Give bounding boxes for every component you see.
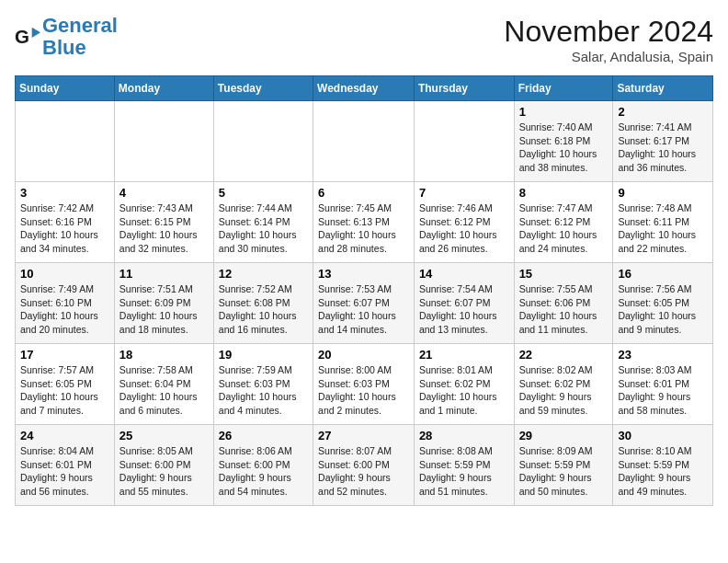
- day-detail: Sunrise: 7:43 AMSunset: 6:15 PMDaylight:…: [119, 201, 209, 256]
- calendar-cell: 11Sunrise: 7:51 AMSunset: 6:09 PMDayligh…: [114, 263, 213, 344]
- day-number: 24: [20, 429, 109, 442]
- day-detail: Sunrise: 7:46 AMSunset: 6:12 PMDaylight:…: [419, 201, 509, 256]
- calendar-cell: 28Sunrise: 8:08 AMSunset: 5:59 PMDayligh…: [414, 425, 514, 506]
- calendar-cell: 19Sunrise: 7:59 AMSunset: 6:03 PMDayligh…: [213, 344, 313, 425]
- weekday-header-row: SundayMondayTuesdayWednesdayThursdayFrid…: [16, 76, 713, 101]
- day-detail: Sunrise: 7:58 AMSunset: 6:04 PMDaylight:…: [119, 363, 209, 418]
- day-number: 30: [618, 429, 708, 442]
- day-number: 26: [219, 429, 308, 442]
- day-detail: Sunrise: 7:48 AMSunset: 6:11 PMDaylight:…: [618, 201, 708, 256]
- calendar-cell: 27Sunrise: 8:07 AMSunset: 6:00 PMDayligh…: [313, 425, 415, 506]
- day-detail: Sunrise: 8:09 AMSunset: 5:59 PMDaylight:…: [519, 444, 609, 499]
- day-number: 17: [20, 348, 109, 362]
- logo-text: General Blue: [42, 15, 118, 59]
- svg-marker-1: [32, 28, 40, 38]
- day-detail: Sunrise: 8:01 AMSunset: 6:02 PMDaylight:…: [419, 363, 509, 418]
- calendar-cell: 18Sunrise: 7:58 AMSunset: 6:04 PMDayligh…: [114, 344, 213, 425]
- day-detail: Sunrise: 7:49 AMSunset: 6:10 PMDaylight:…: [20, 282, 109, 337]
- day-number: 16: [618, 267, 708, 281]
- day-detail: Sunrise: 7:57 AMSunset: 6:05 PMDaylight:…: [20, 363, 109, 418]
- day-detail: Sunrise: 8:06 AMSunset: 6:00 PMDaylight:…: [219, 444, 308, 499]
- calendar-cell: 21Sunrise: 8:01 AMSunset: 6:02 PMDayligh…: [414, 344, 514, 425]
- location: Salar, Andalusia, Spain: [504, 49, 713, 64]
- logo-icon: G: [15, 24, 40, 50]
- day-detail: Sunrise: 8:08 AMSunset: 5:59 PMDaylight:…: [419, 444, 509, 499]
- calendar-cell: 6Sunrise: 7:45 AMSunset: 6:13 PMDaylight…: [313, 182, 415, 263]
- day-detail: Sunrise: 8:04 AMSunset: 6:01 PMDaylight:…: [20, 444, 109, 499]
- day-detail: Sunrise: 7:52 AMSunset: 6:08 PMDaylight:…: [219, 282, 308, 337]
- day-number: 7: [419, 186, 509, 200]
- calendar-cell: 29Sunrise: 8:09 AMSunset: 5:59 PMDayligh…: [514, 425, 613, 506]
- week-row-2: 3Sunrise: 7:42 AMSunset: 6:16 PMDaylight…: [16, 182, 713, 263]
- day-detail: Sunrise: 7:59 AMSunset: 6:03 PMDaylight:…: [219, 363, 308, 418]
- day-detail: Sunrise: 7:51 AMSunset: 6:09 PMDaylight:…: [119, 282, 209, 337]
- day-number: 14: [419, 267, 509, 281]
- day-detail: Sunrise: 8:10 AMSunset: 5:59 PMDaylight:…: [618, 444, 708, 499]
- weekday-header-saturday: Saturday: [613, 76, 713, 101]
- day-number: 27: [318, 429, 409, 442]
- day-number: 1: [519, 105, 609, 119]
- day-number: 10: [20, 267, 109, 281]
- day-detail: Sunrise: 7:44 AMSunset: 6:14 PMDaylight:…: [219, 201, 308, 256]
- day-detail: Sunrise: 7:40 AMSunset: 6:18 PMDaylight:…: [519, 121, 609, 175]
- calendar-cell: 2Sunrise: 7:41 AMSunset: 6:17 PMDaylight…: [613, 101, 713, 182]
- calendar-cell: 22Sunrise: 8:02 AMSunset: 6:02 PMDayligh…: [514, 344, 613, 425]
- calendar-cell: 20Sunrise: 8:00 AMSunset: 6:03 PMDayligh…: [313, 344, 415, 425]
- day-detail: Sunrise: 8:03 AMSunset: 6:01 PMDaylight:…: [618, 363, 708, 418]
- day-detail: Sunrise: 8:00 AMSunset: 6:03 PMDaylight:…: [318, 363, 409, 418]
- calendar-cell: 14Sunrise: 7:54 AMSunset: 6:07 PMDayligh…: [414, 263, 514, 344]
- calendar-cell: 17Sunrise: 7:57 AMSunset: 6:05 PMDayligh…: [16, 344, 115, 425]
- day-detail: Sunrise: 7:42 AMSunset: 6:16 PMDaylight:…: [20, 201, 109, 256]
- day-detail: Sunrise: 7:41 AMSunset: 6:17 PMDaylight:…: [618, 121, 708, 175]
- calendar-cell: 25Sunrise: 8:05 AMSunset: 6:00 PMDayligh…: [114, 425, 213, 506]
- calendar-cell: [313, 101, 415, 182]
- day-detail: Sunrise: 7:56 AMSunset: 6:05 PMDaylight:…: [618, 282, 708, 337]
- day-number: 4: [119, 186, 209, 200]
- month-title: November 2024: [504, 15, 713, 49]
- calendar-cell: 26Sunrise: 8:06 AMSunset: 6:00 PMDayligh…: [213, 425, 313, 506]
- calendar-cell: 15Sunrise: 7:55 AMSunset: 6:06 PMDayligh…: [514, 263, 613, 344]
- week-row-3: 10Sunrise: 7:49 AMSunset: 6:10 PMDayligh…: [16, 263, 713, 344]
- day-number: 12: [219, 267, 308, 281]
- calendar-cell: [213, 101, 313, 182]
- calendar-cell: 16Sunrise: 7:56 AMSunset: 6:05 PMDayligh…: [613, 263, 713, 344]
- calendar-cell: 9Sunrise: 7:48 AMSunset: 6:11 PMDaylight…: [613, 182, 713, 263]
- day-detail: Sunrise: 7:45 AMSunset: 6:13 PMDaylight:…: [318, 201, 409, 256]
- day-number: 25: [119, 429, 209, 442]
- calendar-cell: 7Sunrise: 7:46 AMSunset: 6:12 PMDaylight…: [414, 182, 514, 263]
- day-detail: Sunrise: 7:53 AMSunset: 6:07 PMDaylight:…: [318, 282, 409, 337]
- day-number: 23: [618, 348, 708, 362]
- weekday-header-wednesday: Wednesday: [313, 76, 415, 101]
- calendar-table: SundayMondayTuesdayWednesdayThursdayFrid…: [15, 75, 713, 506]
- day-number: 9: [618, 186, 708, 200]
- day-number: 13: [318, 267, 409, 281]
- week-row-4: 17Sunrise: 7:57 AMSunset: 6:05 PMDayligh…: [16, 344, 713, 425]
- calendar-cell: 12Sunrise: 7:52 AMSunset: 6:08 PMDayligh…: [213, 263, 313, 344]
- weekday-header-thursday: Thursday: [414, 76, 514, 101]
- calendar-cell: [16, 101, 115, 182]
- day-number: 28: [419, 429, 509, 442]
- calendar-cell: 3Sunrise: 7:42 AMSunset: 6:16 PMDaylight…: [16, 182, 115, 263]
- day-number: 18: [119, 348, 209, 362]
- calendar-cell: 24Sunrise: 8:04 AMSunset: 6:01 PMDayligh…: [16, 425, 115, 506]
- page-header: G General Blue November 2024 Salar, Anda…: [15, 15, 713, 64]
- day-number: 29: [519, 429, 609, 442]
- day-detail: Sunrise: 8:05 AMSunset: 6:00 PMDaylight:…: [119, 444, 209, 499]
- weekday-header-friday: Friday: [514, 76, 613, 101]
- day-detail: Sunrise: 8:07 AMSunset: 6:00 PMDaylight:…: [318, 444, 409, 499]
- calendar-cell: 8Sunrise: 7:47 AMSunset: 6:12 PMDaylight…: [514, 182, 613, 263]
- week-row-5: 24Sunrise: 8:04 AMSunset: 6:01 PMDayligh…: [16, 425, 713, 506]
- calendar-cell: 1Sunrise: 7:40 AMSunset: 6:18 PMDaylight…: [514, 101, 613, 182]
- day-detail: Sunrise: 7:54 AMSunset: 6:07 PMDaylight:…: [419, 282, 509, 337]
- logo: G General Blue: [15, 15, 118, 59]
- day-number: 22: [519, 348, 609, 362]
- day-number: 19: [219, 348, 308, 362]
- weekday-header-sunday: Sunday: [16, 76, 115, 101]
- day-number: 15: [519, 267, 609, 281]
- calendar-cell: [414, 101, 514, 182]
- calendar-cell: 13Sunrise: 7:53 AMSunset: 6:07 PMDayligh…: [313, 263, 415, 344]
- day-number: 3: [20, 186, 109, 200]
- calendar-cell: 4Sunrise: 7:43 AMSunset: 6:15 PMDaylight…: [114, 182, 213, 263]
- weekday-header-monday: Monday: [114, 76, 213, 101]
- calendar-cell: 30Sunrise: 8:10 AMSunset: 5:59 PMDayligh…: [613, 425, 713, 506]
